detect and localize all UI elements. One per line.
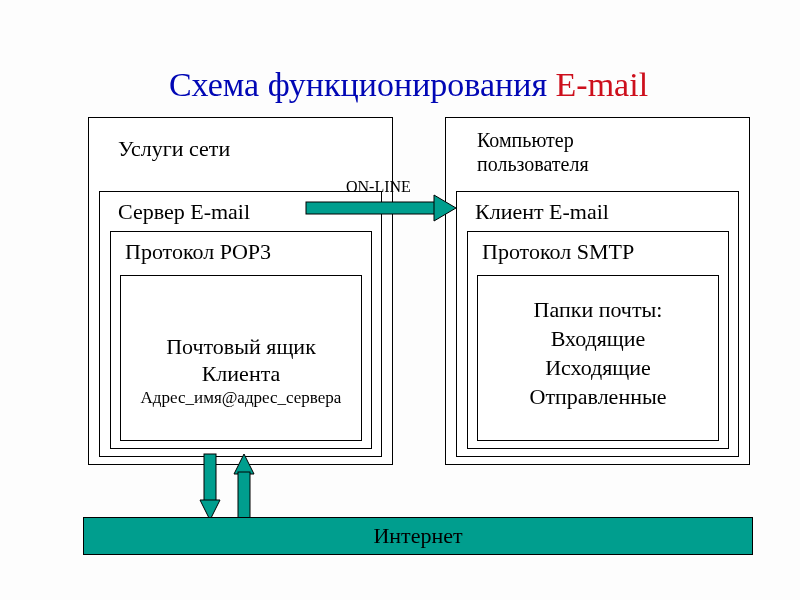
folders-title: Папки почты: (477, 297, 719, 323)
online-label: ON-LINE (346, 177, 411, 196)
internet-bar: Интернет (83, 517, 753, 555)
folder-in: Входящие (477, 326, 719, 352)
right-protocol-label: Протокол SMTP (482, 239, 634, 265)
right-client-label: Клиент E-mail (475, 199, 609, 225)
svg-rect-2 (204, 454, 216, 502)
diagram-title: Схема функционирования E-mail (0, 28, 800, 104)
title-part2: E-mail (556, 66, 649, 103)
arrow-down-icon (200, 454, 220, 520)
arrow-online-icon (306, 193, 456, 223)
internet-label: Интернет (373, 523, 462, 548)
folder-sent: Отправленные (477, 384, 719, 410)
mailbox-line1: Почтовый ящик (120, 334, 362, 360)
title-part1: Схема функционирования (169, 66, 556, 103)
right-outer-line1: Компьютер (477, 128, 574, 152)
mailbox-line2: Клиента (120, 361, 362, 387)
svg-rect-0 (306, 202, 436, 214)
svg-marker-4 (234, 454, 254, 474)
mailbox-address: Адрес_имя@адрес_сервера (120, 388, 362, 408)
svg-rect-5 (238, 472, 250, 520)
left-outer-label: Услуги сети (118, 136, 230, 162)
right-outer-line2: пользователя (477, 152, 589, 176)
svg-marker-1 (434, 195, 456, 221)
left-server-label: Сервер E-mail (118, 199, 250, 225)
arrow-up-icon (234, 454, 254, 520)
left-protocol-label: Протокол POP3 (125, 239, 271, 265)
folder-out: Исходящие (477, 355, 719, 381)
